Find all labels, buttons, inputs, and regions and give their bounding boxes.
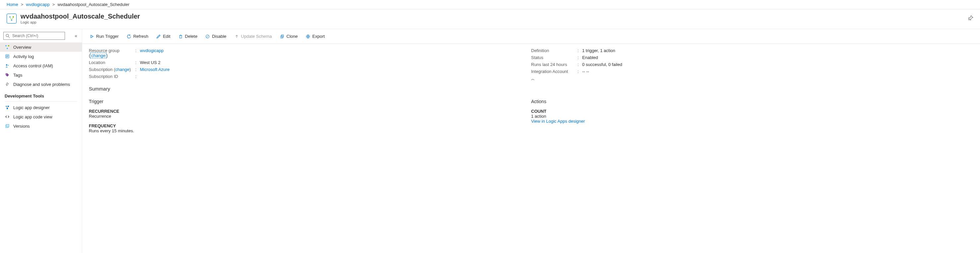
subscription-value[interactable]: Microsoft Azure — [140, 67, 170, 72]
sidebar-item-iam[interactable]: Access control (IAM) — [0, 61, 82, 70]
svg-point-6 — [8, 45, 9, 46]
designer-icon — [5, 105, 10, 110]
sidebar-item-label: Logic app designer — [13, 105, 50, 110]
svg-rect-15 — [6, 106, 7, 107]
toolbar-label: Clone — [286, 34, 298, 39]
trigger-heading: Trigger — [89, 99, 531, 104]
sidebar-item-overview[interactable]: Overview — [0, 43, 82, 52]
recurrence-value: Recurrence — [89, 114, 531, 119]
sidebar-item-activity-log[interactable]: Activity log — [0, 52, 82, 61]
sidebar-item-label: Access control (IAM) — [13, 63, 53, 68]
sidebar-item-label: Diagnose and solve problems — [13, 82, 70, 87]
svg-rect-16 — [8, 106, 9, 107]
delete-button[interactable]: Delete — [175, 32, 201, 41]
versions-icon — [5, 123, 10, 129]
tags-icon — [5, 72, 10, 78]
collapse-sidebar-button[interactable]: « — [73, 33, 79, 38]
edit-icon — [156, 34, 161, 39]
location-value: West US 2 — [140, 60, 161, 65]
delete-icon — [178, 34, 183, 39]
view-designer-link[interactable]: View in Logic Apps designer — [531, 119, 585, 124]
page-header: wvdaahostpool_Autoscale_Scheduler Logic … — [0, 9, 980, 29]
page-subtitle: Logic app — [21, 20, 140, 24]
svg-rect-17 — [6, 108, 8, 109]
sidebar-item-label: Tags — [13, 73, 22, 78]
resource-group-change-link[interactable]: change — [90, 53, 107, 58]
disable-button[interactable]: Disable — [202, 32, 229, 41]
collapse-essentials-button[interactable]: ︽ — [531, 76, 535, 81]
pin-button[interactable] — [968, 15, 974, 22]
subscription-change-link[interactable]: change — [115, 67, 130, 72]
breadcrumb-parent[interactable]: wvdlogicapp — [26, 2, 50, 7]
definition-value: 1 trigger, 1 action — [582, 48, 615, 53]
activity-log-icon — [5, 54, 10, 59]
sidebar-item-designer[interactable]: Logic app designer — [0, 103, 82, 112]
toolbar-label: Disable — [212, 34, 226, 39]
toolbar-label: Delete — [185, 34, 197, 39]
status-value: Enabled — [582, 55, 598, 60]
sidebar-item-diagnose[interactable]: Diagnose and solve problems — [0, 80, 82, 89]
disable-icon — [205, 34, 210, 39]
svg-point-0 — [9, 16, 11, 18]
svg-point-7 — [6, 48, 8, 49]
essentials-panel: Resource group (change) : wvdlogicapp Lo… — [82, 44, 980, 81]
export-button[interactable]: Export — [302, 32, 328, 41]
svg-line-24 — [207, 35, 208, 37]
svg-point-5 — [5, 45, 6, 46]
toolbar-label: Export — [312, 34, 325, 39]
svg-point-13 — [8, 65, 9, 66]
breadcrumb-sep: > — [52, 2, 55, 7]
code-view-icon — [5, 114, 10, 119]
update-schema-button: Update Schema — [231, 32, 275, 41]
refresh-icon — [127, 34, 131, 39]
clone-icon — [280, 34, 285, 39]
search-input[interactable] — [3, 32, 65, 40]
run-trigger-button[interactable]: Run Trigger — [86, 32, 122, 41]
svg-point-2 — [11, 19, 12, 21]
breadcrumb-current: wvdaahostpool_Autoscale_Scheduler — [57, 2, 129, 7]
toolbar-label: Update Schema — [241, 34, 272, 39]
sidebar-item-label: Versions — [13, 124, 30, 129]
sidebar-section-rule — [5, 101, 77, 102]
sidebar-item-tags[interactable]: Tags — [0, 70, 82, 80]
subscription-label: Subscription (change) — [89, 67, 135, 72]
refresh-button[interactable]: Refresh — [123, 32, 152, 41]
svg-rect-20 — [180, 35, 182, 38]
breadcrumb-home[interactable]: Home — [6, 2, 18, 7]
sidebar-item-code-view[interactable]: Logic app code view — [0, 112, 82, 121]
svg-line-4 — [8, 37, 10, 38]
summary-section: Summary Trigger RECURRENCE Recurrence FR… — [82, 81, 980, 143]
toolbar: Run Trigger Refresh Edit Delete Disable … — [82, 29, 980, 44]
count-value: 1 action — [531, 114, 974, 119]
svg-point-14 — [6, 74, 7, 75]
resource-group-value[interactable]: wvdlogicapp — [140, 48, 164, 58]
upload-icon — [234, 34, 239, 39]
subscription-id-label: Subscription ID — [89, 74, 135, 79]
main-content: Run Trigger Refresh Edit Delete Disable … — [82, 29, 980, 253]
integration-label: Integration Account — [531, 69, 578, 74]
iam-icon — [5, 63, 10, 68]
sidebar: « Overview Activity log Access control (… — [0, 29, 82, 253]
runs-label: Runs last 24 hours — [531, 62, 578, 67]
toolbar-label: Run Trigger — [96, 34, 119, 39]
overview-icon — [5, 45, 10, 50]
definition-label: Definition — [531, 48, 578, 53]
toolbar-label: Refresh — [133, 34, 148, 39]
svg-point-12 — [6, 64, 7, 66]
sidebar-item-label: Overview — [13, 45, 31, 50]
svg-point-1 — [13, 16, 14, 18]
location-label: Location — [89, 60, 135, 65]
clone-button[interactable]: Clone — [277, 32, 301, 41]
status-label: Status — [531, 55, 578, 60]
actions-heading: Actions — [531, 99, 974, 104]
count-label: COUNT — [531, 109, 974, 114]
sidebar-section-title: Development Tools — [0, 89, 82, 100]
edit-button[interactable]: Edit — [153, 32, 173, 41]
recurrence-label: RECURRENCE — [89, 109, 531, 114]
toolbar-label: Edit — [163, 34, 170, 39]
page-title: wvdaahostpool_Autoscale_Scheduler — [21, 13, 140, 20]
sidebar-item-versions[interactable]: Versions — [0, 121, 82, 130]
breadcrumb: Home > wvdlogicapp > wvdaahostpool_Autos… — [0, 0, 980, 9]
summary-title: Summary — [89, 86, 974, 92]
logic-app-icon — [6, 14, 17, 24]
